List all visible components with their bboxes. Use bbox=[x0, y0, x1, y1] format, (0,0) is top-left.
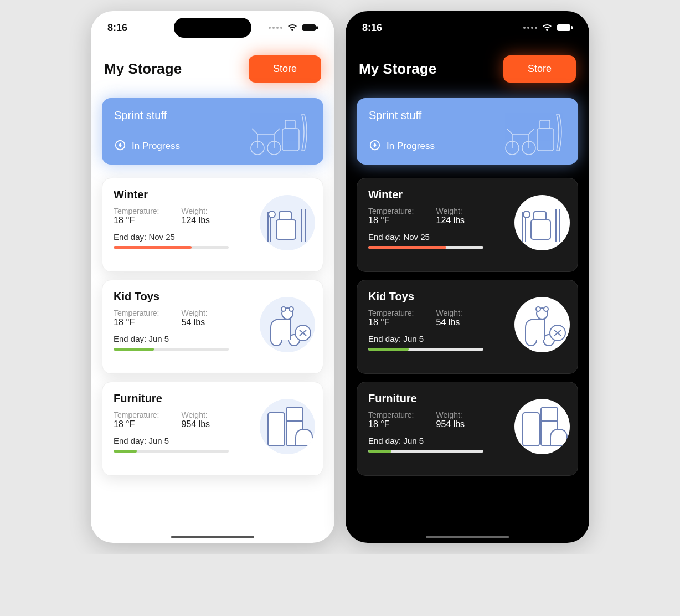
status-bar: 8:16 bbox=[91, 11, 334, 44]
temperature-field: Temperature:18 °F bbox=[114, 410, 159, 429]
temperature-label: Temperature: bbox=[368, 309, 414, 317]
weight-label: Weight: bbox=[436, 207, 465, 215]
home-indicator[interactable] bbox=[171, 536, 254, 538]
svg-point-32 bbox=[536, 307, 540, 311]
progress-bar bbox=[114, 246, 229, 249]
header: My Storage Store bbox=[346, 44, 589, 88]
temperature-field: Temperature:18 °F bbox=[114, 207, 159, 225]
progress-bar bbox=[368, 246, 483, 249]
banner-illustration bbox=[498, 104, 570, 159]
page-title: My Storage bbox=[104, 60, 182, 78]
storage-card[interactable]: WinterTemperature:18 °FWeight:124 lbsEnd… bbox=[102, 178, 323, 272]
weight-value: 54 lbs bbox=[181, 317, 207, 327]
storage-card[interactable]: FurnitureTemperature:18 °FWeight:954 lbs… bbox=[357, 382, 578, 476]
signal-dots-icon bbox=[269, 27, 282, 29]
phone-light: 8:16 My Storage Store Sprint stuff In Pr… bbox=[91, 11, 334, 543]
battery-icon bbox=[557, 24, 573, 32]
svg-rect-20 bbox=[571, 26, 573, 29]
svg-rect-27 bbox=[534, 212, 546, 220]
progress-bar bbox=[114, 348, 229, 351]
phone-dark: 8:16 My Storage Store Sprint stuff In Pr… bbox=[346, 11, 589, 543]
card-illustration bbox=[260, 399, 315, 454]
battery-icon bbox=[302, 24, 318, 32]
temperature-value: 18 °F bbox=[368, 419, 414, 429]
svg-rect-5 bbox=[282, 129, 299, 151]
temperature-field: Temperature:18 °F bbox=[368, 207, 414, 225]
status-right bbox=[269, 23, 318, 32]
weight-value: 954 lbs bbox=[181, 419, 210, 429]
storage-card[interactable]: Kid ToysTemperature:18 °FWeight:54 lbsEn… bbox=[102, 280, 323, 374]
temperature-label: Temperature: bbox=[368, 207, 414, 215]
status-right bbox=[523, 23, 573, 32]
svg-point-14 bbox=[289, 307, 293, 311]
weight-label: Weight: bbox=[436, 309, 462, 317]
weight-label: Weight: bbox=[436, 410, 465, 419]
page-title: My Storage bbox=[359, 60, 436, 78]
compass-icon bbox=[369, 139, 381, 153]
temperature-label: Temperature: bbox=[114, 207, 159, 215]
banner-status: In Progress bbox=[387, 141, 435, 152]
svg-point-28 bbox=[523, 211, 530, 218]
progress-fill bbox=[114, 246, 192, 249]
header: My Storage Store bbox=[91, 44, 334, 88]
temperature-value: 18 °F bbox=[114, 215, 159, 225]
progress-fill bbox=[368, 450, 391, 453]
wifi-icon bbox=[542, 23, 553, 32]
home-indicator[interactable] bbox=[426, 536, 509, 538]
temperature-value: 18 °F bbox=[114, 419, 159, 429]
temperature-label: Temperature: bbox=[368, 410, 414, 419]
status-time: 8:16 bbox=[362, 22, 382, 34]
card-illustration bbox=[514, 195, 570, 250]
svg-rect-6 bbox=[285, 120, 295, 129]
svg-point-13 bbox=[281, 307, 286, 311]
progress-fill bbox=[114, 450, 137, 453]
svg-rect-0 bbox=[302, 24, 316, 31]
card-illustration bbox=[514, 297, 570, 352]
weight-field: Weight:54 lbs bbox=[436, 309, 462, 327]
dynamic-island bbox=[174, 18, 251, 38]
progress-bar bbox=[114, 450, 229, 453]
weight-field: Weight:54 lbs bbox=[181, 309, 207, 327]
card-illustration bbox=[514, 399, 570, 454]
svg-rect-8 bbox=[279, 212, 291, 220]
store-button[interactable]: Store bbox=[503, 55, 576, 83]
storage-card[interactable]: WinterTemperature:18 °FWeight:124 lbsEnd… bbox=[357, 178, 578, 272]
svg-rect-7 bbox=[276, 220, 296, 239]
progress-fill bbox=[114, 348, 154, 351]
storage-card[interactable]: FurnitureTemperature:18 °FWeight:954 lbs… bbox=[102, 382, 323, 476]
svg-rect-25 bbox=[540, 120, 550, 129]
signal-dots-icon bbox=[523, 27, 537, 29]
weight-label: Weight: bbox=[181, 309, 207, 317]
svg-point-33 bbox=[544, 307, 548, 311]
weight-field: Weight:124 lbs bbox=[181, 207, 210, 225]
weight-field: Weight:124 lbs bbox=[436, 207, 465, 225]
weight-field: Weight:954 lbs bbox=[436, 410, 465, 429]
svg-rect-24 bbox=[537, 129, 554, 151]
progress-fill bbox=[368, 348, 409, 351]
weight-value: 954 lbs bbox=[436, 419, 465, 429]
progress-bar bbox=[368, 450, 483, 453]
card-illustration bbox=[260, 195, 315, 250]
svg-rect-26 bbox=[531, 220, 550, 239]
svg-rect-19 bbox=[557, 24, 570, 31]
storage-card[interactable]: Kid ToysTemperature:18 °FWeight:54 lbsEn… bbox=[357, 280, 578, 374]
svg-point-9 bbox=[269, 211, 275, 218]
weight-value: 124 lbs bbox=[181, 215, 210, 225]
status-bar: 8:16 bbox=[346, 11, 589, 44]
banner-card[interactable]: Sprint stuff In Progress bbox=[357, 98, 578, 165]
weight-field: Weight:954 lbs bbox=[181, 410, 210, 429]
weight-value: 124 lbs bbox=[436, 215, 465, 225]
progress-fill bbox=[368, 246, 446, 249]
temperature-value: 18 °F bbox=[114, 317, 159, 327]
compass-icon bbox=[114, 139, 126, 153]
store-button[interactable]: Store bbox=[249, 55, 321, 83]
svg-rect-1 bbox=[316, 26, 318, 29]
status-time: 8:16 bbox=[107, 22, 127, 34]
temperature-label: Temperature: bbox=[114, 410, 159, 419]
card-illustration bbox=[260, 297, 315, 352]
svg-rect-16 bbox=[268, 413, 285, 446]
banner-card[interactable]: Sprint stuff In Progress bbox=[102, 98, 323, 165]
banner-status: In Progress bbox=[132, 141, 180, 152]
weight-label: Weight: bbox=[181, 410, 210, 419]
temperature-field: Temperature:18 °F bbox=[368, 410, 414, 429]
